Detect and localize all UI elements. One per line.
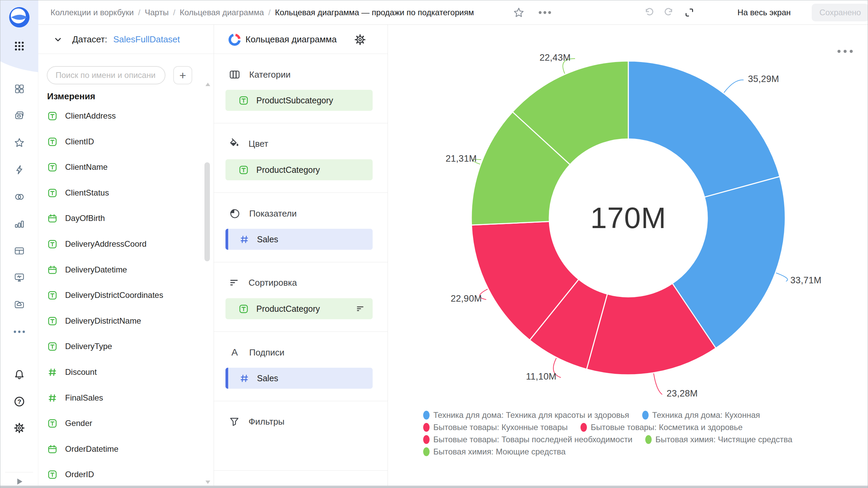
collections-icon[interactable] (14, 84, 24, 94)
field-row[interactable]: DeliveryDatetime (47, 262, 127, 278)
sort-icon (356, 304, 365, 313)
redo-icon[interactable] (663, 7, 674, 18)
breadcrumb-chart[interactable]: Кольцевая диаграмма (180, 8, 264, 17)
field-name: DeliveryDistrictCoordinates (65, 290, 163, 300)
legend-item[interactable]: Бытовые товары: Косметика и здоровье (580, 423, 743, 432)
chevron-down-icon[interactable] (53, 35, 63, 44)
field-row[interactable]: DeliveryType (47, 339, 112, 354)
star-icon[interactable] (14, 137, 25, 148)
legend-marker (642, 411, 649, 420)
number-type-icon (47, 393, 58, 403)
gear-icon[interactable] (354, 34, 366, 46)
legend-label: Бытовая химия: Моющие средства (433, 447, 566, 456)
legend-marker (423, 411, 430, 420)
slice-label: 33,71M (790, 275, 822, 285)
bar-chart-icon[interactable] (14, 219, 25, 229)
config-section-measures: ПоказателиSales (214, 193, 388, 262)
help-icon[interactable]: ? (14, 396, 25, 407)
legend-label: Бытовые товары: Кухонные товары (433, 423, 568, 432)
section-title: Сортировка (249, 278, 297, 288)
field-name: DeliveryType (65, 342, 112, 351)
field-row[interactable]: ClientID (47, 134, 94, 149)
breadcrumb-charts[interactable]: Чарты (145, 8, 169, 17)
legend-label: Бытовые товары: Косметика и здоровье (591, 423, 743, 432)
chip-label: Sales (257, 373, 278, 383)
pie-icon (229, 208, 240, 219)
string-type-icon (47, 188, 58, 198)
layers-icon[interactable] (14, 110, 25, 121)
legend-item[interactable]: Бытовая химия: Моющие средства (423, 447, 566, 456)
field-row[interactable]: ClientStatus (47, 185, 109, 201)
expand-rail-icon[interactable] (15, 477, 24, 486)
monitor-icon[interactable] (14, 272, 25, 283)
slice-label: 22,90M (451, 293, 482, 304)
more-dots-icon[interactable] (13, 330, 26, 334)
legend-item[interactable]: Бытовые товары: Товары последней необход… (423, 435, 632, 444)
datalens-logo[interactable] (8, 6, 30, 28)
field-row[interactable]: DayOfBirth (47, 210, 105, 226)
scrollbar-thumb[interactable] (204, 162, 210, 261)
chip-ProductCategory[interactable]: ProductCategory (225, 298, 373, 319)
apps-grid-icon[interactable] (14, 40, 25, 52)
field-row[interactable]: DeliveryDistrictName (47, 313, 141, 329)
field-row[interactable]: OrderID (47, 467, 94, 482)
config-section-categories: КатегорииProductSubcategory (214, 54, 388, 123)
chip-Sales[interactable]: Sales (225, 368, 373, 389)
field-row[interactable]: ClientName (47, 159, 107, 175)
scroll-up-icon[interactable] (205, 82, 211, 86)
gear-icon[interactable] (14, 422, 25, 434)
folder-icon[interactable] (14, 299, 25, 310)
field-row[interactable]: DeliveryDistrictCoordinates (47, 287, 163, 303)
chip-label: ProductSubcategory (256, 96, 333, 105)
config-section-color: ЦветProductCategory (214, 123, 388, 193)
bell-icon[interactable] (14, 369, 25, 380)
field-row[interactable]: FinalSales (47, 390, 103, 406)
legend-label: Техника для дома: Техника для красоты и … (433, 410, 629, 420)
field-row[interactable]: OrderDatetime (47, 441, 118, 457)
config-section-sort: СортировкаProductCategory (214, 262, 388, 332)
field-name: ClientID (65, 137, 94, 146)
string-type-icon (47, 290, 58, 301)
donut-center-total: 170M (560, 194, 696, 242)
field-row[interactable]: Gender (47, 415, 92, 431)
paint-bucket-icon (229, 138, 240, 149)
string-type-icon (47, 341, 58, 352)
chip-sort-icon[interactable] (356, 304, 365, 313)
legend-item[interactable]: Техника для дома: Кухонная (642, 410, 760, 420)
field-name: Discount (65, 367, 97, 377)
chip-Sales[interactable]: Sales (225, 229, 373, 250)
save-button[interactable]: Сохранено (812, 4, 868, 21)
scroll-down-icon[interactable] (205, 480, 211, 484)
chart-type-title[interactable]: Кольцевая диаграмма (245, 25, 337, 54)
string-type-icon (47, 137, 58, 147)
search-input[interactable] (47, 66, 165, 84)
donut-chart-type-icon[interactable] (228, 33, 241, 46)
dataset-link[interactable]: SalesFullDataset (113, 25, 180, 54)
legend-marker (645, 435, 652, 444)
star-icon[interactable] (513, 7, 525, 18)
venn-icon[interactable] (14, 191, 25, 202)
undo-icon[interactable] (644, 7, 655, 18)
table-icon[interactable] (14, 246, 25, 257)
string-type-icon (47, 316, 58, 326)
legend-marker (580, 423, 587, 432)
legend-marker (423, 447, 430, 456)
legend-item[interactable]: Техника для дома: Техника для красоты и … (423, 410, 629, 420)
add-field-button[interactable]: + (173, 66, 192, 84)
field-row[interactable]: DeliveryAddressCoord (47, 236, 146, 252)
lightning-icon[interactable] (14, 164, 25, 175)
fullscreen-button[interactable]: На весь экран (737, 0, 791, 25)
field-row[interactable]: Discount (47, 364, 97, 380)
measure-accent (225, 368, 228, 389)
number-type-icon (239, 373, 250, 384)
dataset-header: Датасет: SalesFullDataset (38, 25, 214, 54)
breadcrumb-collections[interactable]: Коллекции и воркбуки (51, 8, 134, 17)
legend-item[interactable]: Бытовая химия: Чистящие средства (645, 435, 792, 444)
legend-marker (423, 435, 430, 444)
ellipsis-icon[interactable] (538, 11, 552, 15)
legend-item[interactable]: Бытовые товары: Кухонные товары (423, 423, 568, 432)
expand-icon[interactable] (684, 7, 694, 18)
chip-ProductCategory[interactable]: ProductCategory (225, 159, 373, 180)
field-row[interactable]: ClientAddress (47, 108, 116, 124)
chip-ProductSubcategory[interactable]: ProductSubcategory (225, 90, 373, 111)
